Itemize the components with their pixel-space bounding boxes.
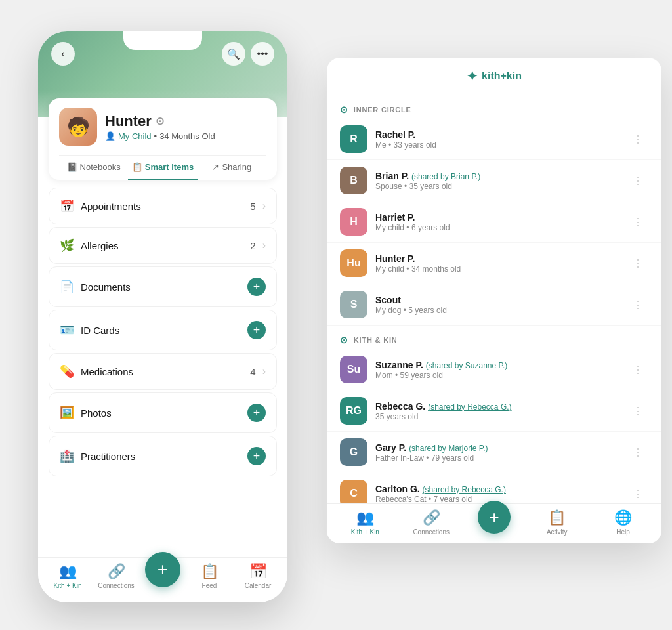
add-button[interactable]: + bbox=[247, 404, 266, 422]
more-button[interactable]: ••• bbox=[251, 42, 274, 66]
chevron-icon: › bbox=[262, 366, 266, 377]
inner-circle-section-header: ⊙ INNER CIRCLE bbox=[327, 95, 662, 119]
add-button[interactable]: + bbox=[247, 447, 266, 465]
phone-bottom-nav: 👥 Kith + Kin 🔗 Connections + 📋 Feed 📅 Ca… bbox=[38, 557, 287, 602]
contact-menu-icon[interactable]: ⋮ bbox=[627, 255, 648, 272]
contact-menu-icon[interactable]: ⋮ bbox=[627, 172, 648, 190]
list-item-medications[interactable]: 💊 Medications 4 › bbox=[49, 353, 277, 390]
list-item-photos[interactable]: 🖼️ Photos + bbox=[49, 392, 277, 433]
id-cards-icon: 🪪 bbox=[60, 323, 74, 337]
add-button[interactable]: + bbox=[247, 321, 266, 339]
avatar-image: 🧒 bbox=[59, 108, 97, 146]
verified-icon: ⊙ bbox=[156, 115, 164, 127]
d-nav-help[interactable]: 🌐 Help bbox=[604, 509, 643, 536]
phone-notch bbox=[123, 32, 202, 50]
contact-harriet[interactable]: H Harriet P. My child • 6 years old ⋮ bbox=[327, 201, 662, 243]
list-item-practitioners[interactable]: 🏥 Practitioners + bbox=[49, 436, 277, 476]
contact-scout[interactable]: S Scout My dog • 5 years old ⋮ bbox=[327, 284, 662, 326]
contact-info: Harriet P. My child • 6 years old bbox=[375, 212, 627, 232]
documents-icon: 📄 bbox=[60, 280, 74, 294]
profile-name: Hunter ⊙ bbox=[105, 113, 215, 130]
contact-info: Scout My dog • 5 years old bbox=[375, 295, 627, 315]
tab-sharing[interactable]: ↗ Sharing bbox=[198, 156, 266, 180]
fab-add-button[interactable]: + bbox=[145, 552, 180, 587]
contact-info: Rachel P. Me • 33 years old bbox=[375, 129, 627, 150]
smart-items-icon: 📋 bbox=[132, 162, 142, 172]
contact-menu-icon[interactable]: ⋮ bbox=[627, 296, 648, 314]
photos-icon: 🖼️ bbox=[60, 406, 74, 420]
profile-row: 🧒 Hunter ⊙ 👤 My Child • 34 Months Old bbox=[59, 108, 266, 152]
calendar-icon: 📅 bbox=[249, 563, 267, 580]
contact-menu-icon[interactable]: ⋮ bbox=[627, 444, 648, 461]
list-item-allergies[interactable]: 🌿 Allergies 2 › bbox=[49, 227, 277, 264]
contact-info: Rebecca G. (shared by Rebecca G.) 35 yea… bbox=[375, 401, 627, 421]
contact-avatar: Su bbox=[340, 356, 368, 383]
top-actions: 🔍 ••• bbox=[222, 42, 274, 66]
d-fab-add-button[interactable]: + bbox=[478, 501, 511, 534]
separator: • bbox=[154, 131, 158, 141]
d-nav-kith-kin[interactable]: 👥 Kith + Kin bbox=[345, 509, 385, 536]
contact-info: Carlton G. (shared by Rebecca G.) Rebecc… bbox=[375, 484, 627, 504]
profile-subtitle[interactable]: 👤 My Child • 34 Months Old bbox=[105, 131, 215, 141]
desktop-bottom-nav: 👥 Kith + Kin 🔗 Connections + 📋 Activity … bbox=[327, 503, 662, 543]
profile-card: 🧒 Hunter ⊙ 👤 My Child • 34 Months Old 📓 … bbox=[49, 98, 277, 180]
nav-kith-kin[interactable]: 👥 Kith + Kin bbox=[48, 563, 87, 589]
d-nav-activity[interactable]: 📋 Activity bbox=[537, 509, 577, 536]
contact-suzanne[interactable]: Su Suzanne P. (shared by Suzanne P.) Mom… bbox=[327, 349, 662, 390]
phone-device: ‹ 🔍 ••• 🧒 Hunter ⊙ 👤 My Child • bbox=[38, 32, 287, 602]
contact-avatar: C bbox=[340, 480, 368, 503]
list-item-documents[interactable]: 📄 Documents + bbox=[49, 266, 277, 307]
nav-feed[interactable]: 📋 Feed bbox=[190, 563, 229, 589]
feed-icon: 📋 bbox=[201, 563, 219, 580]
contact-menu-icon[interactable]: ⋮ bbox=[627, 213, 648, 231]
search-button[interactable]: 🔍 bbox=[222, 42, 245, 66]
contact-rachel[interactable]: R Rachel P. Me • 33 years old ⋮ bbox=[327, 119, 662, 160]
list-item-appointments[interactable]: 📅 Appointments 5 › bbox=[49, 188, 277, 224]
back-button[interactable]: ‹ bbox=[51, 42, 75, 66]
add-button[interactable]: + bbox=[247, 278, 266, 296]
contact-avatar: R bbox=[340, 125, 368, 153]
kith-kin-icon: 👥 bbox=[59, 563, 77, 580]
contact-avatar: G bbox=[340, 438, 368, 466]
smart-items-list: 📅 Appointments 5 › 🌿 Allergies 2 › 📄 Do bbox=[38, 180, 287, 484]
contact-rebecca[interactable]: RG Rebecca G. (shared by Rebecca G.) 35 … bbox=[327, 390, 662, 432]
logo-icon: ✦ bbox=[467, 68, 478, 84]
kith-kin-section-header: ⊙ KITH & KIN bbox=[327, 326, 662, 349]
list-item-id-cards[interactable]: 🪪 ID Cards + bbox=[49, 310, 277, 350]
contact-avatar: H bbox=[340, 208, 368, 236]
logo-text: kith+kin bbox=[482, 70, 522, 82]
profile-tabs: 📓 Notebooks 📋 Smart Items ↗ Sharing bbox=[59, 155, 266, 180]
sharing-icon: ↗ bbox=[212, 162, 219, 172]
notebooks-icon: 📓 bbox=[67, 162, 77, 172]
allergies-icon: 🌿 bbox=[60, 238, 74, 253]
d-activity-icon: 📋 bbox=[548, 509, 566, 526]
contact-menu-icon[interactable]: ⋮ bbox=[627, 131, 648, 148]
contact-info: Hunter P. My child • 34 months old bbox=[375, 253, 627, 274]
appointments-icon: 📅 bbox=[60, 199, 74, 213]
nav-calendar[interactable]: 📅 Calendar bbox=[238, 563, 278, 589]
contact-brian[interactable]: B Brian P. (shared by Brian P.) Spouse •… bbox=[327, 160, 662, 201]
contact-menu-icon[interactable]: ⋮ bbox=[627, 361, 648, 379]
practitioners-icon: 🏥 bbox=[60, 449, 74, 463]
contact-menu-icon[interactable]: ⋮ bbox=[627, 402, 648, 420]
profile-age: 34 Months Old bbox=[159, 131, 215, 141]
desktop-content: ⊙ INNER CIRCLE R Rachel P. Me • 33 years… bbox=[327, 95, 662, 503]
d-connections-icon: 🔗 bbox=[423, 509, 440, 526]
inner-circle-icon: ⊙ bbox=[340, 104, 348, 115]
tab-smart-items[interactable]: 📋 Smart Items bbox=[128, 156, 197, 180]
contact-menu-icon[interactable]: ⋮ bbox=[627, 485, 648, 503]
contact-carlton[interactable]: C Carlton G. (shared by Rebecca G.) Rebe… bbox=[327, 473, 662, 503]
contact-avatar: S bbox=[340, 291, 368, 318]
d-help-icon: 🌐 bbox=[614, 509, 632, 526]
tab-notebooks[interactable]: 📓 Notebooks bbox=[59, 156, 128, 180]
app-logo: ✦ kith+kin bbox=[467, 68, 522, 84]
contact-gary[interactable]: G Gary P. (shared by Marjorie P.) Father… bbox=[327, 432, 662, 473]
chevron-icon: › bbox=[262, 200, 266, 212]
contact-info: Suzanne P. (shared by Suzanne P.) Mom • … bbox=[375, 360, 627, 380]
profile-info: Hunter ⊙ 👤 My Child • 34 Months Old bbox=[105, 113, 215, 141]
contact-hunter[interactable]: Hu Hunter P. My child • 34 months old ⋮ bbox=[327, 243, 662, 284]
contact-avatar: Hu bbox=[340, 249, 368, 277]
nav-connections[interactable]: 🔗 Connections bbox=[96, 563, 136, 589]
contact-info: Brian P. (shared by Brian P.) Spouse • 3… bbox=[375, 171, 627, 191]
d-nav-connections[interactable]: 🔗 Connections bbox=[411, 509, 451, 536]
